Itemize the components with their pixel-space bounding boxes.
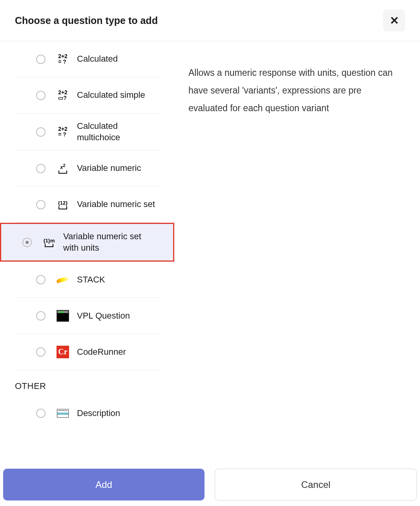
qtype-label: Calculated simple: [77, 90, 145, 101]
varnum-set-icon: {12}: [56, 198, 70, 212]
vpl-icon: [56, 309, 70, 323]
add-button[interactable]: Add: [3, 469, 205, 500]
radio-description[interactable]: [36, 409, 46, 418]
qtype-label: CodeRunner: [77, 346, 126, 358]
qtype-label: Variable numeric: [77, 163, 141, 174]
question-type-dialog: Choose a question type to add ✕ 2+2= ? C…: [0, 0, 420, 506]
radio-calculated-multichoice[interactable]: [36, 127, 46, 137]
description-pane: Allows a numeric response with units, qu…: [174, 41, 420, 469]
cancel-button[interactable]: Cancel: [215, 469, 417, 500]
varnum-units-icon: {1}m: [42, 235, 56, 249]
qtype-label: Variable numeric set: [77, 199, 155, 210]
close-button[interactable]: ✕: [383, 9, 405, 31]
coderunner-icon: Cr: [56, 345, 70, 359]
varnum-icon: x2: [56, 161, 70, 176]
qtype-label: STACK: [77, 274, 105, 286]
radio-calculated-simple[interactable]: [36, 91, 46, 100]
qtype-label: Variable numeric set with units: [63, 231, 146, 253]
radio-stack[interactable]: [36, 275, 46, 284]
description-icon: [56, 406, 70, 420]
qtype-item-calculated-simple[interactable]: 2+2▭? Calculated simple: [15, 77, 159, 114]
qtype-label: VPL Question: [77, 310, 130, 322]
qtype-label: Description: [77, 408, 120, 419]
dialog-title: Choose a question type to add: [15, 15, 158, 26]
qtype-item-description[interactable]: Description: [15, 395, 159, 431]
calc-icon: 2+2= ?: [56, 52, 70, 66]
radio-calculated[interactable]: [36, 55, 46, 64]
qtype-item-vpl[interactable]: VPL Question: [15, 298, 159, 334]
qtype-description: Allows a numeric response with units, qu…: [188, 64, 396, 117]
calc-simple-icon: 2+2▭?: [56, 88, 70, 103]
close-icon: ✕: [390, 14, 399, 27]
qtype-item-calculated-multichoice[interactable]: 2+2= ? Calculated multichoice: [15, 114, 159, 150]
qtype-item-coderunner[interactable]: Cr CodeRunner: [15, 334, 159, 370]
radio-coderunner[interactable]: [36, 347, 46, 357]
qtype-item-stack[interactable]: STACK: [15, 262, 159, 298]
qtype-label: Calculated: [77, 53, 118, 65]
dialog-header: Choose a question type to add ✕: [0, 0, 420, 41]
section-header-other: OTHER: [0, 370, 174, 395]
qtype-item-calculated[interactable]: 2+2= ? Calculated: [15, 41, 159, 77]
qtype-item-variable-numeric-set-units[interactable]: {1}m Variable numeric set with units: [0, 223, 174, 262]
radio-variable-numeric[interactable]: [36, 164, 46, 173]
question-type-list-pane: 2+2= ? Calculated 2+2▭? Calculated simpl…: [0, 41, 174, 469]
dialog-content: 2+2= ? Calculated 2+2▭? Calculated simpl…: [0, 41, 420, 469]
qtype-item-variable-numeric-set[interactable]: {12} Variable numeric set: [15, 187, 159, 223]
radio-variable-numeric-set[interactable]: [36, 200, 46, 209]
radio-vpl[interactable]: [36, 311, 46, 321]
stack-icon: [56, 273, 70, 287]
qtype-item-variable-numeric[interactable]: x2 Variable numeric: [15, 150, 159, 187]
question-type-list-other: Description: [0, 395, 174, 431]
question-type-list: 2+2= ? Calculated 2+2▭? Calculated simpl…: [0, 41, 174, 370]
calc-multi-icon: 2+2= ?: [56, 125, 70, 139]
dialog-footer: Add Cancel: [0, 469, 420, 506]
qtype-label: Calculated multichoice: [77, 121, 159, 143]
radio-variable-numeric-set-units[interactable]: [22, 238, 32, 247]
